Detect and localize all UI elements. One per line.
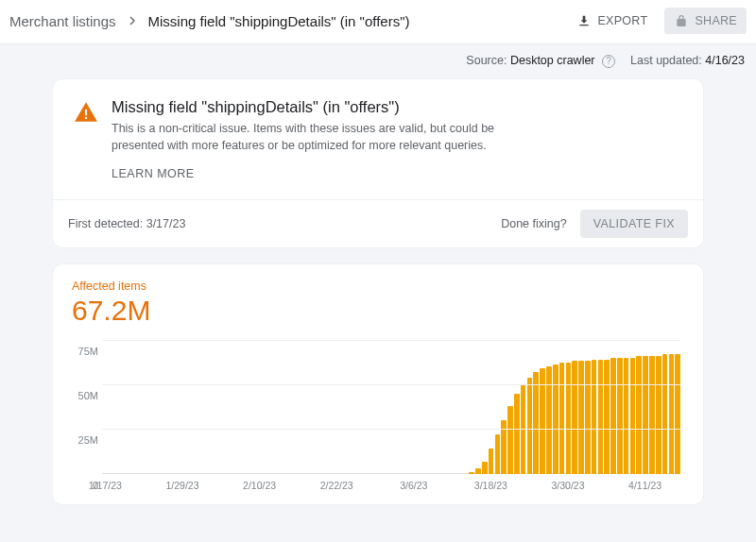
chart-bar[interactable] (592, 360, 597, 474)
chart-bar[interactable] (475, 468, 481, 474)
download-icon (576, 13, 592, 28)
x-tick-label: 3/30/23 (551, 480, 584, 491)
chart-area: 025M50M75M 1/17/231/29/232/10/232/22/233… (102, 340, 680, 491)
issue-description: This is a non-critical issue. Items with… (112, 120, 527, 154)
chart-bar[interactable] (572, 361, 577, 473)
gridline (102, 429, 680, 430)
chart-bar[interactable] (527, 378, 533, 474)
x-tick-label: 3/6/23 (400, 480, 427, 491)
share-button[interactable]: SHARE (664, 8, 747, 34)
y-axis: 025M50M75M (70, 340, 98, 474)
lock-icon (674, 13, 689, 28)
y-tick-label: 75M (70, 346, 98, 357)
first-detected-label: First detected: (68, 217, 143, 230)
issue-text: Missing field "shippingDetails" (in "off… (112, 98, 527, 194)
chart-bar[interactable] (507, 406, 513, 474)
metric-value: 67.2M (72, 295, 684, 327)
chart-bar[interactable] (617, 358, 623, 474)
chart-bar[interactable] (598, 360, 604, 474)
issue-footer: First detected: 3/17/23 Done fixing? VAL… (53, 199, 703, 247)
chart-bar[interactable] (495, 434, 501, 474)
metric-label: Affected items (72, 279, 684, 293)
chart-bar[interactable] (578, 361, 584, 473)
chart-bar[interactable] (649, 356, 655, 474)
x-tick-label: 1/29/23 (165, 480, 198, 491)
chart-plot[interactable] (102, 340, 680, 474)
x-axis: 1/17/231/29/232/10/232/22/233/6/233/18/2… (102, 476, 680, 491)
x-tick-label: 2/22/23 (320, 480, 353, 491)
chart-bar[interactable] (585, 361, 591, 473)
chart-bar[interactable] (675, 354, 680, 474)
x-tick-label: 2/10/23 (243, 480, 276, 491)
source-value: Desktop crawler (510, 54, 595, 67)
x-tick-label: 4/11/23 (628, 480, 662, 491)
chart-bar[interactable] (643, 356, 648, 474)
chart-bar[interactable] (553, 364, 558, 473)
svg-rect-1 (85, 116, 87, 118)
header-actions: EXPORT SHARE (567, 8, 747, 34)
breadcrumb: Merchant listings Missing field "shippin… (9, 13, 410, 29)
chart-bar[interactable] (610, 358, 616, 474)
top-bar: Merchant listings Missing field "shippin… (0, 0, 756, 44)
chart-bar[interactable] (656, 356, 662, 474)
issue-title: Missing field "shippingDetails" (in "off… (112, 98, 527, 116)
chart-bar[interactable] (489, 449, 494, 474)
gridline (102, 340, 680, 341)
chart-bar[interactable] (669, 354, 675, 474)
chart-bar[interactable] (482, 462, 488, 474)
share-label: SHARE (695, 14, 737, 27)
chart-bar[interactable] (469, 472, 474, 474)
first-detected-value: 3/17/23 (146, 217, 186, 230)
validate-fix-button[interactable]: VALIDATE FIX (580, 210, 688, 238)
chart-bar[interactable] (559, 363, 565, 473)
export-label: EXPORT (597, 14, 647, 27)
x-tick-label: 1/17/23 (89, 480, 122, 491)
breadcrumb-leaf: Missing field "shippingDetails" (in "off… (148, 13, 410, 29)
gridline (102, 384, 680, 385)
warning-icon (74, 100, 98, 194)
issue-card: Missing field "shippingDetails" (in "off… (53, 79, 703, 247)
chart-bar[interactable] (630, 358, 636, 474)
breadcrumb-root[interactable]: Merchant listings (9, 13, 116, 29)
chart-bar[interactable] (604, 360, 610, 474)
chart-bar[interactable] (546, 366, 552, 474)
chart-bar[interactable] (624, 358, 629, 474)
y-tick-label: 25M (70, 434, 98, 446)
chart-bar[interactable] (662, 354, 668, 474)
updated-value: 4/16/23 (705, 54, 745, 67)
chart-bar[interactable] (514, 394, 520, 474)
svg-rect-0 (85, 109, 87, 115)
chart-bar[interactable] (636, 356, 642, 474)
source-group: Source: Desktop crawler ? (466, 54, 615, 68)
y-tick-label: 50M (70, 390, 98, 401)
x-tick-label: 3/18/23 (474, 480, 507, 491)
export-button[interactable]: EXPORT (567, 8, 657, 34)
chart-bars (102, 340, 680, 474)
chart-card: Affected items 67.2M 025M50M75M 1/17/231… (53, 264, 703, 504)
learn-more-link[interactable]: LEARN MORE (112, 167, 195, 180)
updated-label: Last updated: (630, 54, 702, 67)
meta-row: Source: Desktop crawler ? Last updated: … (0, 44, 756, 79)
updated-group: Last updated: 4/16/23 (630, 54, 745, 67)
done-fixing-label: Done fixing? (501, 217, 567, 230)
source-label: Source: (466, 54, 507, 67)
chart-bar[interactable] (566, 363, 572, 473)
first-detected: First detected: 3/17/23 (68, 217, 185, 230)
chevron-right-icon (125, 13, 140, 28)
chart-bar[interactable] (533, 372, 539, 474)
help-icon[interactable]: ? (602, 55, 615, 68)
